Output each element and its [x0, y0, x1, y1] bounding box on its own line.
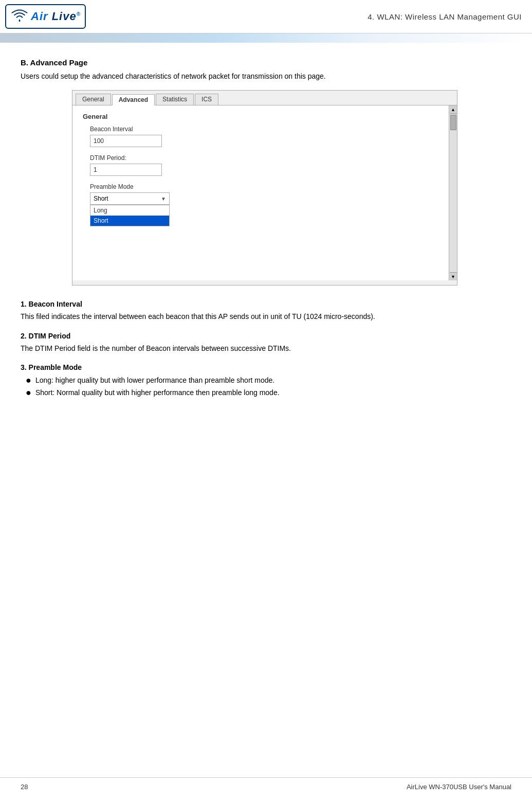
section-beacon-interval: 1. Beacon Interval This filed indicates … — [21, 300, 511, 323]
tab-ics[interactable]: ICS — [195, 94, 218, 105]
beacon-interval-label: Beacon Interval — [90, 126, 438, 133]
dropdown-option-short[interactable]: Short — [90, 216, 169, 226]
bullet-short-text: Short: Normal quality but with higher pe… — [35, 387, 280, 398]
section-b-desc: Users could setup the advanced character… — [21, 71, 511, 82]
bullet-dot-2: ● — [26, 387, 31, 399]
section-dtim-period: 2. DTIM Period The DTIM Period field is … — [21, 332, 511, 354]
tab-advanced[interactable]: Advanced — [112, 94, 155, 105]
selected-text: Short — [94, 195, 108, 202]
scrollbar-up-button[interactable]: ▲ — [450, 105, 457, 114]
panel-section-title: General — [83, 113, 438, 120]
page-header: Air Live® 4. WLAN: Wireless LAN Manageme… — [0, 0, 532, 33]
header-decoration — [0, 33, 532, 43]
preamble-mode-label: Preamble Mode — [90, 183, 438, 190]
dtim-period-section-title: 2. DTIM Period — [21, 332, 511, 340]
tab-general[interactable]: General — [76, 94, 111, 105]
preamble-mode-section-title: 3. Preamble Mode — [21, 363, 511, 371]
wifi-icon — [10, 7, 29, 26]
tab-statistics[interactable]: Statistics — [156, 94, 194, 105]
beacon-interval-group: Beacon Interval — [90, 126, 438, 147]
logo-box: Air Live® — [5, 4, 86, 29]
logo-area: Air Live® — [5, 4, 86, 29]
page-footer: 28 AirLive WN-370USB User's Manual — [0, 777, 532, 791]
dropdown-option-long[interactable]: Long — [90, 205, 169, 216]
panel-scrollbar[interactable]: ▲ ▼ — [449, 105, 457, 280]
section-preamble-mode: 3. Preamble Mode ● Long: higher quality … — [21, 363, 511, 399]
bullet-short: ● Short: Normal quality but with higher … — [26, 387, 511, 399]
dropdown-selected-value[interactable]: Short ▼ — [90, 192, 170, 205]
header-title: 4. WLAN: Wireless LAN Management GUI — [368, 12, 522, 21]
dtim-period-input[interactable] — [90, 164, 162, 176]
bullet-dot-1: ● — [26, 375, 31, 386]
preamble-mode-dropdown[interactable]: Short ▼ Long Short — [90, 192, 170, 205]
beacon-interval-input[interactable] — [90, 135, 162, 147]
dropdown-arrow-icon: ▼ — [161, 196, 166, 202]
dtim-period-group: DTIM Period: — [90, 154, 438, 176]
panel-inner: General Beacon Interval DTIM Period: Pre… — [72, 105, 449, 280]
dtim-period-label: DTIM Period: — [90, 154, 438, 162]
dtim-period-section-text: The DTIM Period field is the number of B… — [21, 343, 511, 354]
scrollbar-down-button[interactable]: ▼ — [450, 272, 457, 280]
ui-panel: General Advanced Statistics ICS General … — [72, 90, 457, 286]
tab-bar: General Advanced Statistics ICS — [72, 91, 457, 105]
beacon-interval-section-title: 1. Beacon Interval — [21, 300, 511, 308]
bullet-long: ● Long: higher quality but with lower pe… — [26, 375, 511, 386]
manual-title: AirLive WN-370USB User's Manual — [407, 783, 511, 791]
logo-text: Air Live® — [31, 10, 81, 23]
page-number: 28 — [21, 783, 28, 791]
main-content: B. Advanced Page Users could setup the a… — [0, 43, 532, 439]
bullet-long-text: Long: higher quality but with lower perf… — [35, 375, 274, 386]
section-b-title: B. Advanced Page — [21, 58, 511, 67]
beacon-interval-section-text: This filed indicates the interval betwee… — [21, 311, 511, 323]
preamble-mode-group: Preamble Mode Short ▼ Long Short — [90, 183, 438, 205]
preamble-mode-bullets: ● Long: higher quality but with lower pe… — [21, 375, 511, 399]
body-sections: 1. Beacon Interval This filed indicates … — [21, 300, 511, 399]
dropdown-list: Long Short — [90, 205, 170, 226]
scrollbar-thumb[interactable] — [450, 115, 456, 130]
